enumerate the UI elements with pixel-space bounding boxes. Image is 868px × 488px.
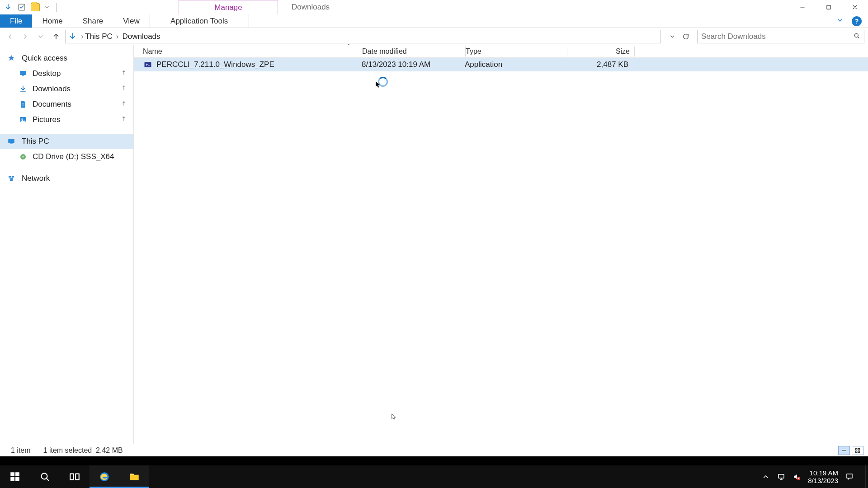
svg-rect-25 [70, 474, 74, 480]
pin-icon [121, 100, 127, 109]
nav-label: Downloads [33, 84, 71, 94]
disc-icon [18, 152, 28, 162]
ribbon-collapse-caret-icon[interactable] [836, 17, 844, 26]
svg-rect-18 [858, 451, 860, 453]
window-title: Downloads [278, 0, 330, 14]
task-view-button[interactable] [60, 465, 90, 488]
nav-label: Pictures [33, 115, 60, 124]
network-icon [6, 174, 16, 183]
ribbon-tab-share[interactable]: Share [73, 14, 113, 28]
ribbon-context-tab[interactable]: Manage [179, 0, 278, 14]
svg-rect-15 [855, 448, 857, 450]
nav-label: Documents [33, 100, 71, 109]
column-header-date[interactable]: Date modified [362, 47, 465, 56]
file-date: 8/13/2023 10:19 AM [362, 60, 465, 69]
search-box[interactable] [697, 30, 864, 43]
column-headers: Name ⌃ Date modified Type Size [134, 45, 868, 58]
address-history-caret-icon[interactable] [666, 31, 678, 42]
qat-new-folder-icon[interactable] [31, 3, 40, 12]
nav-this-pc[interactable]: This PC [0, 134, 133, 149]
column-label: Name [143, 47, 162, 55]
ribbon-tab-home[interactable]: Home [32, 14, 72, 28]
tray-clock[interactable]: 10:19 AM 8/13/2023 [808, 469, 838, 484]
pin-icon [121, 84, 127, 94]
maximize-button[interactable] [816, 0, 842, 14]
breadcrumb-downloads[interactable]: Downloads [122, 32, 160, 41]
ribbon-tab-application-tools[interactable]: Application Tools [150, 14, 249, 28]
action-center-icon[interactable] [845, 473, 854, 481]
star-icon [6, 53, 16, 63]
address-bar[interactable]: › This PC › Downloads [65, 30, 661, 43]
column-header-name[interactable]: Name ⌃ [143, 47, 362, 56]
nav-label: Quick access [22, 54, 67, 63]
close-button[interactable] [842, 0, 868, 14]
minimize-button[interactable] [789, 0, 816, 14]
ribbon-tabs: File Home Share View Application Tools ? [0, 14, 868, 28]
tray-time: 10:19 AM [810, 469, 838, 477]
nav-label: CD Drive (D:) SSS_X64 [33, 152, 114, 161]
window-controls [789, 0, 868, 14]
pictures-icon [18, 115, 28, 125]
nav-forward-button[interactable] [19, 30, 32, 43]
nav-cd-drive[interactable]: CD Drive (D:) SSS_X64 [0, 149, 133, 164]
address-location-icon [67, 32, 77, 42]
nav-downloads[interactable]: Downloads [0, 81, 133, 97]
file-row[interactable]: PERCCLI_7.211.0_Windows_ZPE 8/13/2023 10… [134, 58, 868, 71]
sort-ascending-icon: ⌃ [346, 43, 351, 49]
downloads-icon [18, 84, 28, 94]
search-icon[interactable] [853, 32, 860, 41]
nav-up-button[interactable] [50, 30, 62, 43]
titlebar: Manage Downloads [0, 0, 868, 14]
file-size: 2,487 KB [566, 60, 633, 69]
svg-rect-16 [858, 448, 860, 450]
qat-properties-icon[interactable] [17, 3, 26, 12]
svg-point-2 [854, 33, 858, 37]
svg-rect-4 [22, 75, 24, 76]
nav-back-button[interactable] [4, 30, 16, 43]
svg-point-6 [21, 118, 23, 120]
ribbon-tab-view[interactable]: View [113, 14, 150, 28]
busy-cursor-icon [378, 77, 388, 87]
quick-access-toolbar [0, 0, 61, 14]
qat-app-icon[interactable] [4, 3, 13, 12]
taskbar-search-button[interactable] [30, 465, 60, 488]
svg-rect-8 [10, 144, 13, 145]
view-large-icons-button[interactable] [852, 446, 863, 455]
status-item-count: 1 item [5, 446, 37, 455]
qat-customize-caret-icon[interactable] [44, 5, 50, 10]
cursor-icon [391, 413, 398, 422]
start-button[interactable] [0, 465, 30, 488]
nav-pictures[interactable]: Pictures [0, 112, 133, 127]
taskbar-app-explorer[interactable] [119, 465, 149, 488]
refresh-button[interactable] [680, 31, 692, 42]
nav-quick-access[interactable]: Quick access [0, 51, 133, 66]
tray-date: 8/13/2023 [808, 477, 838, 484]
content-pane: Name ⌃ Date modified Type Size PERCCLI_7… [134, 45, 868, 444]
svg-rect-20 [10, 472, 14, 476]
ribbon-tab-file[interactable]: File [0, 14, 32, 28]
tray-overflow-icon[interactable] [762, 473, 770, 481]
nav-label: Network [22, 174, 50, 183]
nav-network[interactable]: Network [0, 171, 133, 186]
breadcrumb-this-pc[interactable]: This PC [85, 32, 112, 41]
breadcrumb-sep-icon[interactable]: › [114, 32, 121, 41]
search-input[interactable] [701, 32, 853, 41]
column-header-size[interactable]: Size [567, 47, 634, 56]
breadcrumb-sep-icon[interactable]: › [79, 33, 85, 41]
status-bar: 1 item 1 item selected 2.42 MB [0, 444, 868, 456]
tray-network-icon[interactable] [777, 473, 785, 481]
view-details-button[interactable] [838, 446, 850, 455]
nav-recent-caret-icon[interactable] [34, 30, 47, 43]
nav-desktop[interactable]: Desktop [0, 66, 133, 81]
documents-icon [18, 99, 28, 109]
taskbar-app-ie[interactable] [90, 465, 119, 488]
file-explorer-window: Manage Downloads File Home Share View Ap… [0, 0, 868, 456]
navigation-pane: Quick access Desktop Downloads Documents… [0, 45, 134, 444]
nav-documents[interactable]: Documents [0, 97, 133, 112]
pin-icon [121, 69, 127, 78]
column-header-type[interactable]: Type [466, 47, 567, 56]
tray-volume-muted-icon[interactable] [793, 473, 801, 481]
qat-separator [56, 3, 57, 12]
help-button[interactable]: ? [852, 16, 862, 26]
show-desktop-button[interactable] [865, 465, 866, 488]
